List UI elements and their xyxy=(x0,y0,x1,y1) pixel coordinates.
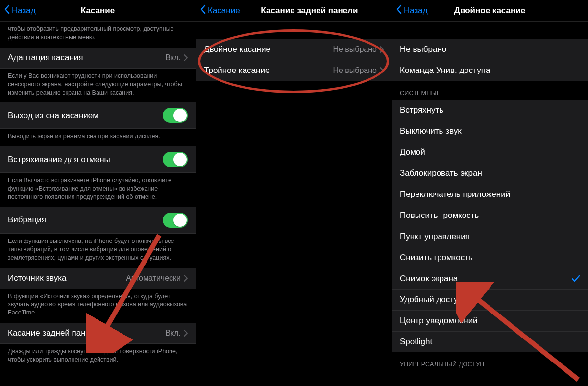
row-value: Не выбрано xyxy=(333,45,377,54)
footer-text: Выводить экран из режима сна при касании… xyxy=(0,129,196,146)
row-label: Касание задней панели xyxy=(8,328,165,338)
chevron-right-icon xyxy=(184,54,188,61)
page-title: Касание задней панели xyxy=(261,6,358,16)
option-row[interactable]: Переключатель приложений xyxy=(392,184,588,205)
back-button[interactable]: Касание xyxy=(196,4,240,17)
option-row[interactable]: Не выбрано xyxy=(392,39,588,60)
footer-text: В функции «Источник звука» определяется,… xyxy=(0,289,196,323)
row-value: Не выбрано xyxy=(333,66,377,75)
chevron-right-icon xyxy=(184,330,188,337)
chevron-left-icon xyxy=(4,4,12,17)
option-label: Не выбрано xyxy=(400,45,580,54)
section-header-accessibility: УНИВЕРСАЛЬНЫЙ ДОСТУП xyxy=(392,352,588,371)
back-button[interactable]: Назад xyxy=(392,4,428,17)
row-label: Выход из сна касанием xyxy=(8,111,163,121)
option-label: Снизить громкость xyxy=(400,253,580,263)
option-row[interactable]: Spotlight xyxy=(392,332,588,352)
option-row[interactable]: Удобный доступ xyxy=(392,290,588,311)
row-value: Вкл. xyxy=(165,53,181,62)
row-label: Вибрация xyxy=(8,215,163,225)
back-label: Касание xyxy=(208,6,240,16)
chevron-right-icon xyxy=(184,275,188,282)
option-label: Заблокировать экран xyxy=(400,169,580,178)
row-touch-adaptation[interactable]: Адаптация касания Вкл. xyxy=(0,48,196,69)
footer-text: Если Вы часто встряхиваете iPhone случай… xyxy=(0,173,196,207)
section-gap xyxy=(196,22,392,39)
row-vibration[interactable]: Вибрация xyxy=(0,207,196,234)
row-tap-to-wake[interactable]: Выход из сна касанием xyxy=(0,102,196,129)
footer-text: Если функция выключена, на iPhone будут … xyxy=(0,234,196,268)
row-label: Тройное касание xyxy=(204,66,333,75)
back-label: Назад xyxy=(404,6,428,16)
toggle-switch[interactable] xyxy=(163,108,188,123)
row-label: Источник звука xyxy=(8,273,126,283)
option-row[interactable]: Домой xyxy=(392,142,588,163)
toggle-switch[interactable] xyxy=(163,152,188,167)
panel-back-tap: Касание Касание задней панели Двойное ка… xyxy=(196,0,392,386)
navbar: Назад Двойное касание xyxy=(392,0,588,22)
page-title: Касание xyxy=(81,6,115,16)
option-row[interactable]: Повысить громкость xyxy=(392,205,588,226)
option-row[interactable]: Центр уведомлений xyxy=(392,311,588,332)
option-label: Spotlight xyxy=(400,337,580,347)
option-label: Удобный доступ xyxy=(400,295,580,305)
option-label: Команда Унив. доступа xyxy=(400,66,580,75)
toggle-switch[interactable] xyxy=(163,213,188,228)
section-gap xyxy=(392,22,588,39)
footer-text: Если у Вас возникают трудности при испол… xyxy=(0,69,196,103)
row-label: Двойное касание xyxy=(204,45,333,54)
navbar: Касание Касание задней панели xyxy=(196,0,392,22)
navbar: Назад Касание xyxy=(0,0,196,22)
option-row[interactable]: Пункт управления xyxy=(392,226,588,247)
back-button[interactable]: Назад xyxy=(0,4,36,17)
option-label: Пункт управления xyxy=(400,232,580,241)
option-row[interactable]: Выключить звук xyxy=(392,121,588,142)
panel-touch-settings: Назад Касание чтобы отобразить предварит… xyxy=(0,0,196,386)
option-label: Домой xyxy=(400,147,580,157)
section-header-system: СИСТЕМНЫЕ xyxy=(392,81,588,100)
chevron-left-icon xyxy=(200,4,208,17)
option-label: Центр уведомлений xyxy=(400,316,580,326)
option-label: Выключить звук xyxy=(400,126,580,136)
panel-double-tap: Назад Двойное касание Не выбраноКоманда … xyxy=(392,0,588,386)
row-shake-to-undo[interactable]: Встряхивание для отмены xyxy=(0,146,196,173)
row-value: Вкл. xyxy=(165,329,181,338)
footer-text: чтобы отобразить предварительный просмот… xyxy=(0,22,196,48)
row-audio-source[interactable]: Источник звука Автоматически xyxy=(0,268,196,289)
row-double-tap[interactable]: Двойное касание Не выбрано xyxy=(196,39,392,60)
row-label: Адаптация касания xyxy=(8,53,165,63)
back-label: Назад xyxy=(12,6,36,16)
option-label: Повысить громкость xyxy=(400,211,580,220)
page-title: Двойное касание xyxy=(454,6,525,16)
chevron-right-icon xyxy=(380,67,384,74)
option-row[interactable]: Команда Унив. доступа xyxy=(392,60,588,81)
row-value: Автоматически xyxy=(126,274,181,283)
checkmark-icon xyxy=(572,275,580,282)
row-label: Встряхивание для отмены xyxy=(8,155,163,165)
chevron-left-icon xyxy=(396,4,404,17)
chevron-right-icon xyxy=(380,46,384,53)
row-back-tap[interactable]: Касание задней панели Вкл. xyxy=(0,323,196,344)
option-row[interactable]: Снизить громкость xyxy=(392,247,588,268)
footer-text: Дважды или трижды коснуться задней повер… xyxy=(0,344,196,370)
option-row[interactable]: Заблокировать экран xyxy=(392,163,588,184)
option-label: Снимок экрана xyxy=(400,274,572,284)
option-label: Переключатель приложений xyxy=(400,190,580,199)
option-row[interactable]: Снимок экрана xyxy=(392,268,588,290)
option-row[interactable]: Встряхнуть xyxy=(392,100,588,121)
option-label: Встряхнуть xyxy=(400,105,580,115)
row-triple-tap[interactable]: Тройное касание Не выбрано xyxy=(196,60,392,81)
